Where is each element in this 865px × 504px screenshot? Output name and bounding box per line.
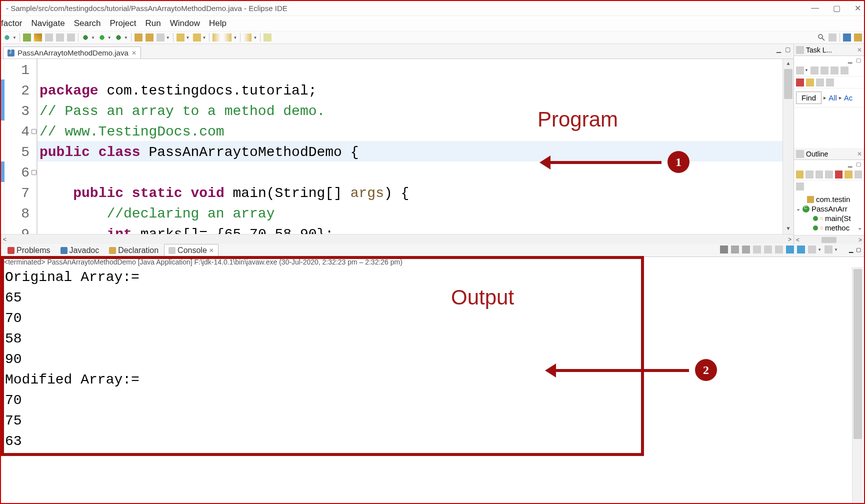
- tool-icon[interactable]: [820, 66, 828, 74]
- tool-icon[interactable]: [806, 170, 813, 178]
- close-button[interactable]: ✕: [854, 4, 861, 13]
- maximize-view-icon[interactable]: ▢: [856, 161, 861, 168]
- search-icon[interactable]: [818, 34, 826, 42]
- tool-icon[interactable]: [816, 170, 823, 178]
- close-icon[interactable]: ✕: [857, 150, 862, 158]
- dropdown-arrow-icon[interactable]: ▼: [124, 36, 128, 40]
- tool-icon[interactable]: [67, 34, 75, 42]
- tool-icon[interactable]: [810, 66, 818, 74]
- dropdown-arrow-icon[interactable]: ▼: [202, 36, 206, 40]
- dropdown-arrow-icon[interactable]: ▼: [12, 36, 16, 40]
- forward-icon[interactable]: [224, 34, 232, 42]
- maximize-view-icon[interactable]: ▢: [856, 57, 861, 64]
- clear-console-icon[interactable]: [775, 246, 783, 254]
- menu-window[interactable]: Window: [170, 18, 200, 28]
- debug-icon[interactable]: [82, 34, 90, 42]
- new-icon[interactable]: [3, 34, 11, 42]
- tool-icon[interactable]: [796, 182, 804, 190]
- console-output[interactable]: Original Array:= 65 70 58 90 Modified Ar…: [1, 267, 864, 504]
- all-link[interactable]: All: [828, 94, 837, 102]
- back-icon[interactable]: [212, 34, 220, 42]
- run-icon[interactable]: [98, 34, 106, 42]
- tool-icon[interactable]: [796, 78, 804, 86]
- perspective-icon[interactable]: [828, 34, 836, 42]
- tool-icon[interactable]: [796, 66, 804, 74]
- triangle-icon[interactable]: ▸: [839, 94, 842, 101]
- tool-icon[interactable]: [840, 66, 848, 74]
- maximize-button[interactable]: ▢: [833, 4, 840, 13]
- minimize-button[interactable]: —: [811, 4, 819, 13]
- tool-icon[interactable]: [56, 34, 64, 42]
- minimize-view-icon[interactable]: ▁: [776, 46, 781, 53]
- dropdown-arrow-icon[interactable]: ▼: [166, 36, 170, 40]
- tool-icon[interactable]: [844, 170, 852, 178]
- perspective-icon[interactable]: [854, 34, 862, 42]
- open-type-icon[interactable]: [156, 34, 164, 42]
- dropdown-arrow-icon[interactable]: ▼: [186, 36, 190, 40]
- dropdown-arrow-icon[interactable]: ▼: [108, 36, 112, 40]
- activate-link[interactable]: Ac: [844, 94, 853, 102]
- tool-icon[interactable]: [854, 170, 862, 178]
- tasklist-header[interactable]: Task L... ✕: [794, 44, 864, 56]
- minimize-view-icon[interactable]: ▁: [849, 246, 853, 253]
- close-tab-icon[interactable]: ✕: [132, 50, 136, 56]
- menu-search[interactable]: Search: [74, 18, 101, 28]
- tool-icon[interactable]: [825, 170, 832, 178]
- tool-icon[interactable]: [34, 34, 42, 42]
- tool-icon[interactable]: [753, 246, 761, 254]
- menu-refactor[interactable]: factor: [1, 18, 22, 28]
- tab-problems[interactable]: Problems: [3, 244, 55, 256]
- tool-icon[interactable]: [45, 34, 53, 42]
- outline-package[interactable]: com.testin: [794, 194, 864, 204]
- editor-vscrollbar[interactable]: ▲▼: [782, 59, 794, 234]
- outline-tree[interactable]: com.testin ⌄PassAnArr Smain(St Smethoc⌄: [794, 192, 864, 235]
- find-button[interactable]: Find: [796, 92, 822, 104]
- tool-icon[interactable]: [23, 34, 31, 42]
- new-class-icon[interactable]: [146, 34, 154, 42]
- menu-help[interactable]: Help: [209, 18, 226, 28]
- tab-declaration[interactable]: Declaration: [104, 244, 163, 256]
- triangle-icon[interactable]: ▸: [824, 94, 826, 101]
- tool-icon[interactable]: [826, 78, 834, 86]
- tool-icon[interactable]: [764, 246, 772, 254]
- open-console-icon[interactable]: [824, 246, 832, 254]
- editor-hscrollbar[interactable]: <>: [1, 234, 794, 244]
- dropdown-arrow-icon[interactable]: ▼: [233, 36, 237, 40]
- maximize-view-icon[interactable]: ▢: [856, 246, 861, 253]
- terminate-icon[interactable]: [720, 246, 728, 254]
- pin-icon[interactable]: [264, 34, 272, 42]
- scroll-lock-icon[interactable]: [786, 246, 794, 254]
- code-editor[interactable]: 1 2 3 4 5 6 7 8 9 package com.testingdoc…: [1, 59, 794, 234]
- close-icon[interactable]: ✕: [857, 46, 862, 54]
- menu-navigate[interactable]: Navigate: [32, 18, 65, 28]
- outline-header[interactable]: Outline ✕: [794, 148, 864, 160]
- tool-icon[interactable]: [796, 170, 804, 178]
- dropdown-arrow-icon[interactable]: ▼: [253, 36, 257, 40]
- tool-icon[interactable]: [830, 66, 838, 74]
- java-perspective-icon[interactable]: [843, 34, 851, 42]
- dropdown-arrow-icon[interactable]: ▼: [91, 36, 95, 40]
- remove-all-icon[interactable]: [742, 246, 750, 254]
- code-content[interactable]: package com.testingdocs.tutorial; // Pas…: [38, 59, 782, 234]
- outline-class[interactable]: ⌄PassAnArr: [794, 204, 864, 214]
- tab-console[interactable]: Console✕: [164, 244, 218, 256]
- minimize-view-icon[interactable]: ▁: [848, 57, 852, 64]
- outline-method[interactable]: Smain(St: [794, 214, 864, 223]
- outline-method[interactable]: Smethoc⌄: [794, 223, 864, 232]
- tool-icon[interactable]: [176, 34, 184, 42]
- tool-icon[interactable]: [835, 170, 842, 178]
- close-icon[interactable]: ✕: [209, 247, 214, 254]
- minimize-view-icon[interactable]: ▁: [848, 161, 852, 168]
- tool-icon[interactable]: [244, 34, 252, 42]
- coverage-icon[interactable]: [114, 34, 122, 42]
- outline-hscrollbar[interactable]: <>: [794, 235, 864, 244]
- pin-console-icon[interactable]: [797, 246, 805, 254]
- editor-tab-active[interactable]: PassAnArraytoMethodDemo.java ✕: [3, 46, 141, 58]
- tab-javadoc[interactable]: Javadoc: [56, 244, 104, 256]
- display-console-icon[interactable]: [808, 246, 816, 254]
- tool-icon[interactable]: [193, 34, 201, 42]
- menu-project[interactable]: Project: [110, 18, 136, 28]
- menu-run[interactable]: Run: [145, 18, 160, 28]
- console-vscrollbar[interactable]: [852, 267, 863, 504]
- tool-icon[interactable]: [816, 78, 824, 86]
